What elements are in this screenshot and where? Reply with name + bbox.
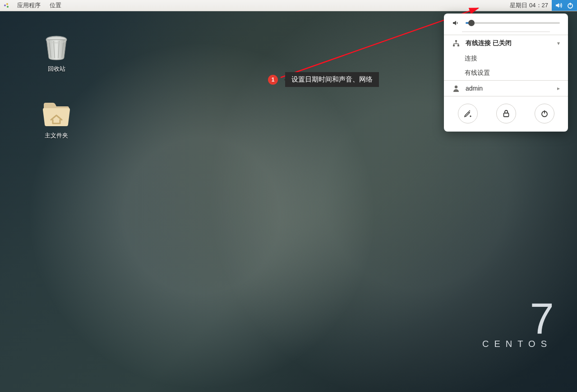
system-menu-popover: 有线连接 已关闭 ▾ 连接 有线设置 admin ▸ [444,14,568,132]
volume-row [444,14,568,29]
user-label: admin [466,85,552,92]
applications-menu[interactable]: 应用程序 [13,0,45,11]
trash-glyph [41,32,72,62]
places-menu[interactable]: 位置 [45,0,66,11]
lock-button[interactable] [496,104,516,123]
power-icon[interactable] [567,2,573,9]
network-settings[interactable]: 有线设置 [444,66,568,80]
svg-point-2 [7,6,9,8]
top-panel: 应用程序 位置 星期日 04：27 [0,0,577,11]
chevron-right-icon: ▸ [557,85,560,91]
annotation-callout: 1 设置日期时间和声音、网络 [268,72,379,87]
clock[interactable]: 星期日 04：27 [506,1,552,9]
activities-icon[interactable] [4,2,10,9]
volume-icon[interactable] [555,2,563,9]
svg-rect-9 [453,45,455,46]
home-folder-icon[interactable]: 主文件夹 [32,98,81,140]
svg-rect-10 [457,45,459,46]
trash-label: 回收站 [32,65,81,73]
trash-icon[interactable]: 回收站 [32,32,81,73]
network-title: 有线连接 已关闭 [466,39,552,47]
centos-name: CENTOS [482,339,552,349]
home-folder-label: 主文件夹 [32,132,81,140]
wired-network-icon [452,40,460,47]
svg-rect-8 [455,40,457,42]
svg-point-1 [6,3,8,5]
user-icon [452,85,460,92]
svg-point-11 [455,86,457,88]
settings-button[interactable] [458,104,478,123]
svg-rect-12 [503,113,508,117]
folder-glyph [41,98,72,129]
network-connect[interactable]: 连接 [444,51,568,66]
network-row[interactable]: 有线连接 已关闭 ▾ [444,35,568,51]
power-button[interactable] [535,104,554,123]
svg-point-0 [4,5,6,6]
centos-brand: 7 CENTOS [482,303,552,349]
volume-slider[interactable] [466,22,560,24]
annotation-number: 1 [268,75,278,85]
user-row[interactable]: admin ▸ [444,81,568,96]
volume-low-icon [452,20,460,26]
annotation-text: 设置日期时间和声音、网络 [285,72,379,87]
centos-version: 7 [482,303,552,333]
chevron-down-icon: ▾ [557,40,560,46]
